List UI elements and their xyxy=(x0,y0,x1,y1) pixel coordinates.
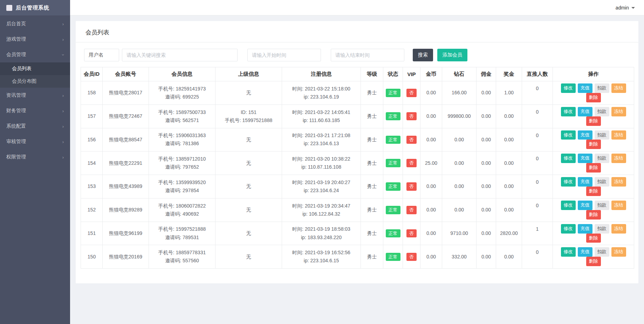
field-select[interactable]: 用户名 xyxy=(84,49,119,61)
cell-parent-info: 无 xyxy=(215,175,282,198)
cell-bonus: 0.00 xyxy=(496,128,522,151)
delete-button[interactable]: 删除 xyxy=(586,187,601,196)
sidebar-item-system[interactable]: 系统配置 › xyxy=(0,119,70,134)
cell-diamond: 0.00 xyxy=(442,198,477,222)
cell-member-id: 156 xyxy=(81,128,103,151)
add-member-button[interactable]: 添加会员 xyxy=(437,49,467,61)
start-time-input[interactable] xyxy=(247,49,321,61)
deduct-button[interactable]: 扣款 xyxy=(595,224,609,234)
delete-button[interactable]: 删除 xyxy=(586,93,601,102)
sidebar-item-label: 会员管理 xyxy=(6,52,26,58)
edit-button[interactable]: 修改 xyxy=(561,154,576,163)
sidebar-item-member-list[interactable]: 会员列表 xyxy=(0,62,70,75)
edit-button[interactable]: 修改 xyxy=(561,130,576,140)
filter-bar: 用户名 搜索 添加会员 xyxy=(76,42,638,67)
member-phone: 手机号: 13859712010 xyxy=(150,155,214,163)
register-ip: ip: 223.104.6.24 xyxy=(283,187,359,195)
sidebar-item-news[interactable]: 资讯管理 › xyxy=(0,88,70,103)
page-title: 会员列表 xyxy=(76,21,638,42)
freeze-button[interactable]: 冻结 xyxy=(611,154,626,163)
recharge-button[interactable]: 充值 xyxy=(578,83,592,93)
cell-actions: 修改充值扣款冻结删除 xyxy=(553,151,634,175)
member-phone: 手机号: 13599939520 xyxy=(150,178,214,187)
freeze-button[interactable]: 冻结 xyxy=(611,201,626,210)
freeze-button[interactable]: 冻结 xyxy=(611,130,626,140)
search-button[interactable]: 搜索 xyxy=(413,49,433,61)
sidebar-item-finance[interactable]: 财务管理 › xyxy=(0,103,70,119)
col-member-id: 会员ID xyxy=(81,67,103,81)
sidebar-item-member-map[interactable]: 会员分布图 xyxy=(0,75,70,88)
sidebar-item-game[interactable]: 游戏管理 › xyxy=(0,32,70,47)
chevron-right-icon: › xyxy=(62,93,64,98)
freeze-button[interactable]: 冻结 xyxy=(611,107,626,116)
parent-line-1: ID: 151 xyxy=(217,108,280,116)
cell-diamond: 0.00 xyxy=(442,151,477,175)
col-diamond: 钻石 xyxy=(442,67,477,81)
end-time-input[interactable] xyxy=(331,49,404,61)
delete-button[interactable]: 删除 xyxy=(586,234,601,243)
vip-badge: 否 xyxy=(406,229,417,238)
delete-button[interactable]: 删除 xyxy=(586,257,601,266)
deduct-button[interactable]: 扣款 xyxy=(595,247,609,257)
recharge-button[interactable]: 充值 xyxy=(578,107,592,116)
edit-button[interactable]: 修改 xyxy=(561,177,576,187)
register-ip: ip: 223.104.6.19 xyxy=(283,93,359,101)
cell-vip: 否 xyxy=(403,151,420,175)
recharge-button[interactable]: 充值 xyxy=(578,130,592,140)
edit-button[interactable]: 修改 xyxy=(561,224,576,234)
delete-button[interactable]: 删除 xyxy=(586,163,601,173)
delete-button[interactable]: 删除 xyxy=(586,140,601,149)
cell-vip: 否 xyxy=(403,198,420,222)
member-invite-code: 邀请码: 699225 xyxy=(150,93,214,101)
deduct-button[interactable]: 扣款 xyxy=(595,83,609,93)
register-ip: ip: 223.104.6.13 xyxy=(283,140,359,148)
sidebar-item-label: 会员列表 xyxy=(12,66,32,72)
member-phone: 手机号: 15906031363 xyxy=(150,131,214,140)
freeze-button[interactable]: 冻结 xyxy=(611,247,626,257)
keyword-input[interactable] xyxy=(122,49,238,61)
sidebar-item-dashboard[interactable]: 后台首页 › xyxy=(0,16,70,32)
recharge-button[interactable]: 充值 xyxy=(578,201,592,210)
col-member-info: 会员信息 xyxy=(149,67,215,81)
recharge-button[interactable]: 充值 xyxy=(578,224,592,234)
recharge-button[interactable]: 充值 xyxy=(578,177,592,187)
sidebar-item-label: 资讯管理 xyxy=(6,92,26,99)
cell-commission: 0.00 xyxy=(477,198,496,222)
edit-button[interactable]: 修改 xyxy=(561,83,576,93)
cell-diamond: 0.00 xyxy=(442,175,477,198)
vip-badge: 否 xyxy=(406,89,417,97)
deduct-button[interactable]: 扣款 xyxy=(595,201,609,210)
delete-button[interactable]: 删除 xyxy=(586,210,601,220)
deduct-button[interactable]: 扣款 xyxy=(595,130,609,140)
cell-commission: 0.00 xyxy=(477,81,496,105)
cell-account: 熊猫电竞28017 xyxy=(103,81,149,105)
edit-button[interactable]: 修改 xyxy=(561,201,576,210)
freeze-button[interactable]: 冻结 xyxy=(611,224,626,234)
freeze-button[interactable]: 冻结 xyxy=(611,177,626,187)
cell-vip: 否 xyxy=(403,104,420,128)
cell-commission: 0.00 xyxy=(477,151,496,175)
freeze-button[interactable]: 冻结 xyxy=(611,83,626,93)
sidebar-item-member[interactable]: 会员管理 › xyxy=(0,47,70,62)
cell-vip: 否 xyxy=(403,81,420,105)
parent-line-1: 无 xyxy=(217,182,280,190)
edit-button[interactable]: 修改 xyxy=(561,247,576,257)
topbar: admin xyxy=(70,0,644,15)
deduct-button[interactable]: 扣款 xyxy=(595,154,609,163)
sidebar-item-audit[interactable]: 审核管理 › xyxy=(0,134,70,149)
edit-button[interactable]: 修改 xyxy=(561,107,576,116)
cell-actions: 修改充值扣款冻结删除 xyxy=(553,245,634,269)
sidebar-item-permission[interactable]: 权限管理 › xyxy=(0,149,70,165)
delete-button[interactable]: 删除 xyxy=(586,116,601,126)
chevron-right-icon: › xyxy=(62,140,64,144)
cell-register-info: 时间: 2021-03-20 10:38:22 ip: 110.87.116.1… xyxy=(282,151,361,175)
deduct-button[interactable]: 扣款 xyxy=(595,177,609,187)
recharge-button[interactable]: 充值 xyxy=(578,154,592,163)
recharge-button[interactable]: 充值 xyxy=(578,247,592,257)
member-phone: 手机号: 15897500733 xyxy=(150,108,214,116)
cell-bonus: 1.00 xyxy=(496,81,522,105)
col-register-info: 注册信息 xyxy=(282,67,361,81)
cell-member-id: 154 xyxy=(81,151,103,175)
user-dropdown[interactable]: admin xyxy=(616,5,635,11)
deduct-button[interactable]: 扣款 xyxy=(595,107,609,116)
